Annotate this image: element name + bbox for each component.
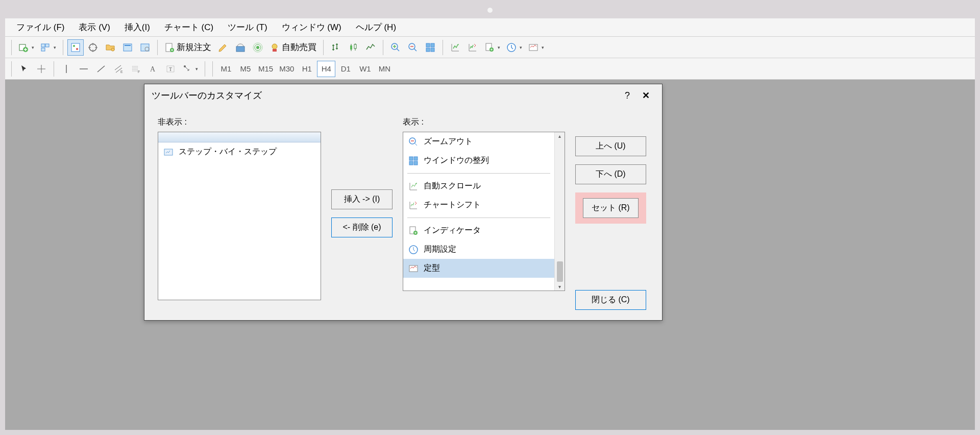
visible-item-chartshift[interactable]: チャートシフト bbox=[403, 196, 554, 214]
menu-view[interactable]: 表示 (V) bbox=[71, 18, 117, 36]
visible-item-period[interactable]: 周期設定 bbox=[403, 240, 554, 259]
auto-trade-button[interactable]: 自動売買 bbox=[267, 39, 319, 56]
list-separator bbox=[407, 173, 550, 174]
visible-listbox[interactable]: ズームアウト ウインドウの整列 自動スクロール bbox=[403, 132, 565, 291]
auto-scroll-icon bbox=[408, 181, 419, 191]
visible-item-template[interactable]: 定型 bbox=[403, 259, 554, 278]
scrollbar[interactable]: ▴ ▾ bbox=[554, 132, 565, 291]
zoom-in-button[interactable] bbox=[387, 39, 404, 56]
separator bbox=[54, 61, 54, 77]
menu-insert[interactable]: 挿入(I) bbox=[117, 18, 157, 36]
visible-item-arrange[interactable]: ウインドウの整列 bbox=[403, 151, 554, 170]
timeframe-m30[interactable]: M30 bbox=[277, 61, 297, 77]
visible-column: 表示 : ズームアウト ウインドウの整列 bbox=[403, 117, 565, 310]
strategy-tester-button[interactable] bbox=[137, 39, 153, 56]
indicator-icon bbox=[408, 226, 419, 236]
chart-shift-button[interactable] bbox=[464, 39, 481, 56]
menu-window[interactable]: ウィンドウ (W) bbox=[275, 18, 349, 36]
terminal-button[interactable] bbox=[119, 39, 136, 56]
terminal-icon bbox=[122, 42, 133, 53]
separator bbox=[383, 40, 383, 55]
menu-chart[interactable]: チャート (C) bbox=[157, 18, 220, 36]
move-up-button[interactable]: 上へ (U) bbox=[575, 136, 646, 156]
menu-help[interactable]: ヘルプ (H) bbox=[349, 18, 403, 36]
tester-icon bbox=[140, 42, 150, 53]
chevron-down-icon: ▾ bbox=[542, 45, 544, 50]
meta-editor-button[interactable] bbox=[215, 39, 231, 56]
svg-rect-42 bbox=[409, 157, 413, 160]
close-dialog-button[interactable]: 閉じる (C) bbox=[575, 290, 646, 310]
scroll-up-icon[interactable]: ▴ bbox=[558, 133, 561, 139]
hidden-item-step[interactable]: ステップ・バイ・ステップ bbox=[158, 142, 321, 161]
hidden-label: 非表示 : bbox=[158, 117, 321, 128]
crosshair-button[interactable] bbox=[33, 61, 50, 77]
dialog-close-button[interactable]: ✕ bbox=[636, 90, 655, 101]
arrange-windows-button[interactable] bbox=[422, 39, 438, 56]
visible-item-zoom-out[interactable]: ズームアウト bbox=[403, 132, 554, 151]
menu-tool[interactable]: ツール (T) bbox=[220, 18, 274, 36]
dialog-help-button[interactable]: ? bbox=[618, 90, 636, 101]
timeframe-mn[interactable]: MN bbox=[375, 61, 394, 77]
reset-button[interactable]: セット (R) bbox=[583, 198, 639, 218]
hline-icon bbox=[79, 64, 89, 74]
remove-button[interactable]: <- 削除 (e) bbox=[331, 218, 393, 237]
auto-scroll-button[interactable] bbox=[447, 39, 463, 56]
list-item-label: 定型 bbox=[424, 263, 440, 274]
timeframe-d1[interactable]: D1 bbox=[336, 61, 355, 77]
arrange-icon bbox=[425, 42, 435, 53]
chevron-down-icon: ▾ bbox=[54, 45, 56, 50]
scroll-down-icon[interactable]: ▾ bbox=[558, 284, 561, 289]
cursor-button[interactable] bbox=[16, 61, 32, 77]
options-icon bbox=[235, 42, 246, 53]
vertical-line-button[interactable] bbox=[58, 61, 75, 77]
svg-text:F: F bbox=[138, 70, 140, 74]
bar-chart-icon bbox=[331, 42, 341, 53]
arrows-button[interactable]: ▾ bbox=[180, 61, 201, 77]
options-button[interactable] bbox=[232, 39, 249, 56]
list-item-label: インディケータ bbox=[424, 225, 481, 236]
data-window-button[interactable] bbox=[85, 39, 101, 56]
market-watch-button[interactable] bbox=[67, 39, 84, 56]
timeframe-m15[interactable]: M15 bbox=[256, 61, 276, 77]
timeframe-w1[interactable]: W1 bbox=[356, 61, 374, 77]
timeframe-m5[interactable]: M5 bbox=[236, 61, 255, 77]
trendline-icon bbox=[96, 64, 106, 74]
new-chart-button[interactable]: ▾ bbox=[16, 39, 37, 56]
zoom-out-icon bbox=[408, 42, 418, 53]
visible-item-autoscroll[interactable]: 自動スクロール bbox=[403, 177, 554, 196]
trendline-button[interactable] bbox=[93, 61, 109, 77]
svg-rect-29 bbox=[431, 48, 434, 52]
svg-rect-21 bbox=[273, 49, 277, 52]
visible-item-indicator[interactable]: インディケータ bbox=[403, 221, 554, 240]
dialog-titlebar[interactable]: ツールバーのカスタマイズ ? ✕ bbox=[144, 84, 662, 107]
candlestick-button[interactable] bbox=[345, 39, 361, 56]
line-chart-button[interactable] bbox=[362, 39, 379, 56]
svg-rect-44 bbox=[409, 161, 413, 165]
new-order-button[interactable]: 新規注文 bbox=[162, 39, 214, 56]
horizontal-line-button[interactable] bbox=[76, 61, 92, 77]
move-down-button[interactable]: 下へ (D) bbox=[575, 164, 646, 184]
timeframe-m1[interactable]: M1 bbox=[217, 61, 235, 77]
full-screen-button[interactable] bbox=[250, 39, 266, 56]
insert-button[interactable]: 挿入 -> (I) bbox=[331, 189, 393, 209]
indicators-button[interactable]: ▾ bbox=[482, 39, 503, 56]
menu-file[interactable]: ファイル (F) bbox=[9, 18, 71, 36]
profiles-button[interactable]: ▾ bbox=[38, 39, 59, 56]
bar-chart-button[interactable] bbox=[328, 39, 344, 56]
hidden-listbox[interactable]: ステップ・バイ・ステップ bbox=[158, 132, 321, 300]
svg-rect-45 bbox=[414, 161, 418, 165]
text-label-button[interactable]: T bbox=[162, 61, 179, 77]
scroll-thumb[interactable] bbox=[557, 261, 563, 282]
timeframe-h1[interactable]: H1 bbox=[298, 61, 316, 77]
fibonacci-button[interactable]: F bbox=[128, 61, 144, 77]
equidistant-channel-button[interactable]: E bbox=[110, 61, 127, 77]
text-button[interactable]: A bbox=[145, 61, 161, 77]
auto-scroll-icon bbox=[450, 42, 460, 53]
navigator-button[interactable] bbox=[102, 39, 118, 56]
svg-text:E: E bbox=[120, 70, 123, 74]
timeframe-h4[interactable]: H4 bbox=[317, 61, 335, 77]
list-separator bbox=[407, 218, 550, 218]
period-button[interactable]: ▾ bbox=[504, 39, 525, 56]
template-button[interactable]: ▾ bbox=[526, 39, 547, 56]
zoom-out-button[interactable] bbox=[405, 39, 421, 56]
